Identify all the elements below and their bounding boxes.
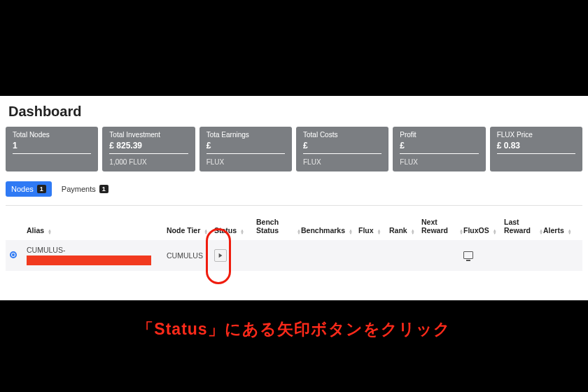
status-arrow-button[interactable] xyxy=(214,249,227,262)
card-flux-price: FLUX Price £ 0.83 xyxy=(490,127,582,172)
sort-icon: ▲▼ xyxy=(204,230,208,234)
sort-icon: ▲▼ xyxy=(349,230,353,234)
sort-icon: ▲▼ xyxy=(377,230,382,234)
tab-label: Payments xyxy=(62,185,96,193)
card-profit: Profit £ FLUX xyxy=(393,127,485,172)
table-header-row: Alias▲▼ Node Tier▲▼ Status▲▼ Bench Statu… xyxy=(6,206,582,240)
col-bench-status[interactable]: Bench Status▲▼ xyxy=(256,218,301,234)
card-sub: FLUX xyxy=(206,158,285,166)
card-label: FLUX Price xyxy=(497,131,575,139)
card-value: £ 825.39 xyxy=(109,141,188,150)
col-status[interactable]: Status▲▼ xyxy=(214,227,256,235)
card-value: £ xyxy=(206,141,285,150)
table-row[interactable]: CUMULUS- CUMULUS xyxy=(6,240,582,271)
card-sub: FLUX xyxy=(303,158,382,166)
card-total-nodes: Total Nodes 1 xyxy=(6,127,98,172)
col-alias[interactable]: Alias▲▼ xyxy=(27,227,167,235)
sort-icon: ▲▼ xyxy=(48,230,52,234)
card-label: Profit xyxy=(400,131,478,139)
play-icon xyxy=(218,253,223,258)
card-sub: 1,000 FLUX xyxy=(109,158,188,166)
alias-redacted-bar xyxy=(27,255,151,265)
card-total-costs: Total Costs £ FLUX xyxy=(296,127,388,172)
card-label: Tota Earnings xyxy=(206,131,285,139)
col-flux[interactable]: Flux▲▼ xyxy=(358,227,389,235)
sort-icon: ▲▼ xyxy=(411,230,415,234)
card-label: Total Investment xyxy=(109,131,188,139)
sort-icon: ▲▼ xyxy=(568,230,572,234)
tabs-row: Nodes 1 Payments 1 xyxy=(3,172,585,205)
card-total-investment: Total Investment £ 825.39 1,000 FLUX xyxy=(102,127,195,172)
row-radio[interactable] xyxy=(10,251,17,258)
stat-cards-row: Total Nodes 1 Total Investment £ 825.39 … xyxy=(3,127,585,172)
alias-text: CUMULUS- xyxy=(27,246,65,254)
tab-badge: 1 xyxy=(99,185,108,193)
card-total-earnings: Tota Earnings £ FLUX xyxy=(200,127,292,172)
card-sub: FLUX xyxy=(400,158,478,166)
col-fluxos[interactable]: FluxOS▲▼ xyxy=(463,227,504,235)
col-alerts[interactable]: Alerts▲▼ xyxy=(543,227,578,235)
col-node-tier[interactable]: Node Tier▲▼ xyxy=(167,227,214,235)
monitor-icon[interactable] xyxy=(463,251,473,259)
tab-label: Nodes xyxy=(11,185,34,193)
page-title: Dashboard xyxy=(3,99,585,127)
sort-icon: ▲▼ xyxy=(493,230,497,234)
card-value: £ xyxy=(303,141,382,150)
col-rank[interactable]: Rank▲▼ xyxy=(389,227,421,235)
sort-icon: ▲▼ xyxy=(240,230,244,234)
tab-nodes[interactable]: Nodes 1 xyxy=(6,181,52,197)
card-value: £ 0.83 xyxy=(497,141,575,150)
card-label: Total Costs xyxy=(303,131,382,139)
col-next-reward[interactable]: Next Reward▲▼ xyxy=(421,218,463,234)
annotation-caption: 「Status」にある矢印ボタンをクリック xyxy=(0,318,588,340)
nodes-table: Alias▲▼ Node Tier▲▼ Status▲▼ Bench Statu… xyxy=(6,205,582,271)
card-value: £ xyxy=(400,141,478,150)
tab-badge: 1 xyxy=(37,185,46,193)
col-benchmarks[interactable]: Benchmarks▲▼ xyxy=(301,227,358,235)
card-label: Total Nodes xyxy=(13,131,91,139)
col-last-reward[interactable]: Last Reward▲▼ xyxy=(504,218,543,234)
card-value: 1 xyxy=(13,141,91,150)
tier-cell: CUMULUS xyxy=(167,251,214,260)
tab-payments[interactable]: Payments 1 xyxy=(56,181,114,197)
